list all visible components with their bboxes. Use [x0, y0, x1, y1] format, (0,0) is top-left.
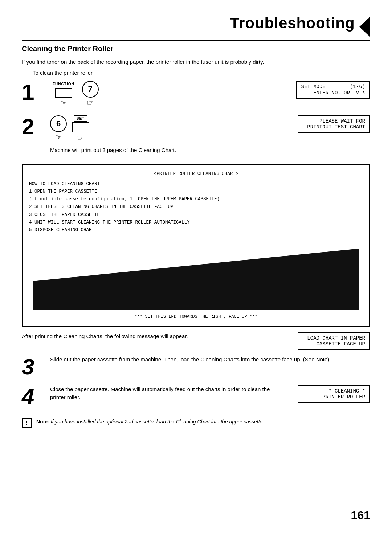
set-key-rect [72, 122, 89, 132]
step-1-lcd: SET MODE (1-6) ENTER NO. OR ∨ ∧ [287, 81, 370, 99]
note-text: Note: If you have installed the optional… [36, 418, 264, 426]
step-4-number: 4 [22, 385, 44, 408]
step-3-lcd-line1: LOAD CHART IN PAPER [303, 335, 365, 341]
step-1-lcd-box: SET MODE (1-6) ENTER NO. OR ∨ ∧ [296, 81, 370, 99]
number-6-circle: 6 [50, 115, 67, 132]
function-key: FUNCTION ☞ [50, 81, 77, 108]
step-4-lcd: * CLEANING * PRINTER ROLLER [287, 385, 370, 403]
number-6-hand: ☞ [55, 133, 62, 142]
step-4: 4 Close the paper casette. Machine will … [22, 385, 370, 408]
step-1-lcd-line2: ENTER NO. OR ∨ ∧ [301, 90, 365, 96]
page-title: Troubleshooting [230, 15, 355, 32]
set-key-hand: ☞ [77, 133, 84, 143]
chart-instruction-6: 5.DISPOSE CLEANING CHART [29, 226, 363, 234]
step-3-content: Slide out the paper cassette from the ma… [50, 356, 370, 367]
chart-instruction-2: (If multiple cassette configuration, 1. … [29, 196, 363, 203]
chart-instruction-5: 4.UNIT WILL START CLEANING THE PRINTER R… [29, 219, 363, 226]
section-title: Cleaning the Printer Roller [22, 45, 370, 53]
step-2-lcd: PLEASE WAIT FOR PRINTOUT TEST CHART [287, 115, 370, 133]
title-arrow-icon [359, 17, 370, 37]
step-2-lcd-box: PLEASE WAIT FOR PRINTOUT TEST CHART [298, 115, 370, 133]
chart-instruction-4: 3.CLOSE THE PAPER CASSETTE [29, 211, 363, 219]
number-7-hand: ☞ [87, 98, 94, 108]
step-2-keys: 6 ☞ SET ☞ [50, 115, 287, 143]
step-1: 1 FUNCTION ☞ 7 ☞ SET MODE (1-6) ENTER NO… [22, 81, 370, 108]
number-6-key: 6 ☞ [50, 115, 67, 142]
intro-text-2: To clean the printer roller [33, 69, 370, 77]
step-1-number: 1 [22, 81, 44, 103]
step-1-content: FUNCTION ☞ 7 ☞ [50, 81, 287, 108]
note-prefix: Note: [36, 419, 49, 425]
function-key-rect [55, 88, 72, 98]
step-3-left: After printing the Cleaning Charts, the … [22, 332, 287, 350]
step-2: 2 6 ☞ SET ☞ Machine will print out 3 pag… [22, 115, 370, 157]
step-3-after-body: After printing the Cleaning Charts, the … [22, 332, 287, 341]
step-2-lcd-line1: PLEASE WAIT FOR [303, 118, 365, 124]
step-3-body: Slide out the paper cassette from the ma… [50, 356, 370, 364]
note-body: If you have installed the optional 2nd c… [49, 419, 264, 425]
chart-instructions: HOW TO LOAD CLEANING CHART 1.OPEN THE PA… [29, 180, 363, 234]
note-box: ! Note: If you have installed the option… [22, 418, 370, 428]
chart-bottom-text: *** SET THIS END TOWARDS THE RIGHT, FACE… [29, 313, 363, 320]
step-1-lcd-line1: SET MODE (1-6) [301, 84, 365, 90]
chart-instruction-3: 2.SET THESE 3 CLEANING CHARTS IN THE CAS… [29, 203, 363, 211]
note-icon: ! [22, 418, 32, 428]
step-4-lcd-line2: PRINTER ROLLER [303, 394, 365, 400]
step-3-lcd-box: LOAD CHART IN PAPER CASSETTE FACE UP [298, 332, 370, 350]
chart-diagonal-visual [29, 238, 363, 310]
step-3-after-chart: After printing the Cleaning Charts, the … [22, 332, 370, 350]
step-4-content: Close the paper casette. Machine will au… [50, 385, 287, 405]
set-key: SET ☞ [72, 115, 89, 143]
step-4-lcd-box: * CLEANING * PRINTER ROLLER [298, 385, 370, 403]
step-2-body: Machine will print out 3 pages of the Cl… [50, 146, 287, 155]
step-3-number: 3 [22, 356, 44, 378]
step-2-number: 2 [22, 115, 44, 138]
step-3-lcd-line2: CASSETTE FACE UP [303, 341, 365, 347]
chart-instruction-1: 1.OPEN THE PAPER CASSETTE [29, 188, 363, 196]
number-7-circle: 7 [82, 81, 99, 98]
step-4-lcd-line1: * CLEANING * [303, 388, 365, 394]
svg-marker-0 [33, 249, 359, 310]
function-key-label: FUNCTION [50, 81, 77, 87]
chart-instruction-0: HOW TO LOAD CLEANING CHART [29, 180, 363, 188]
step-3: 3 Slide out the paper cassette from the … [22, 356, 370, 378]
chart-diagonal-svg [29, 238, 363, 310]
page-number: 161 [351, 509, 370, 522]
number-7-key: 7 ☞ [82, 81, 99, 108]
intro-text-1: If you find toner on the back of the rec… [22, 58, 370, 66]
step-4-body: Close the paper casette. Machine will au… [50, 385, 287, 402]
function-key-hand: ☞ [60, 99, 67, 108]
cleaning-chart-box: <PRINTER ROLLER CLEANING CHART> HOW TO L… [22, 164, 370, 326]
set-key-label: SET [74, 115, 87, 122]
step-2-content: 6 ☞ SET ☞ Machine will print out 3 pages… [50, 115, 287, 157]
page-header: Troubleshooting [22, 15, 370, 41]
chart-title: <PRINTER ROLLER CLEANING CHART> [29, 170, 363, 178]
step-3-lcd-after: LOAD CHART IN PAPER CASSETTE FACE UP [287, 332, 370, 350]
step-2-lcd-line2: PRINTOUT TEST CHART [303, 124, 365, 130]
step-1-keys: FUNCTION ☞ 7 ☞ [50, 81, 287, 108]
